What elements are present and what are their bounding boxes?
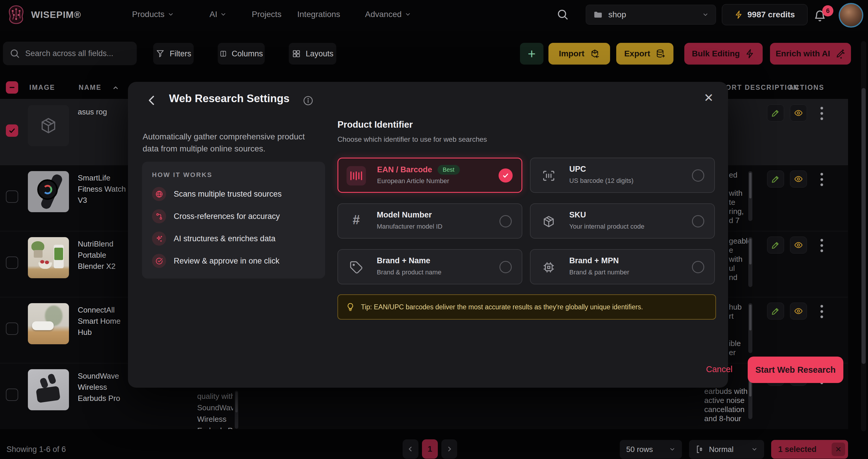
import-button[interactable]: Import	[549, 43, 610, 65]
row-menu-button[interactable]	[820, 173, 823, 186]
select-all-checkbox[interactable]	[6, 81, 18, 94]
chevron-down-icon	[702, 11, 709, 18]
tip-banner: Tip: EAN/UPC barcodes deliver the most a…	[337, 294, 716, 319]
identifier-option-model-number[interactable]: # Model Number Manufacturer model ID	[337, 203, 522, 239]
layouts-button[interactable]: Layouts	[289, 43, 336, 65]
page-number-button[interactable]: 1	[422, 439, 438, 459]
cell-scrollbar[interactable]	[748, 303, 752, 353]
row-checkbox[interactable]	[6, 256, 18, 269]
funnel-icon	[156, 49, 165, 58]
page-scrollbar[interactable]	[861, 41, 866, 431]
edit-button[interactable]	[767, 237, 784, 253]
info-icon[interactable]	[303, 95, 313, 106]
check-icon	[8, 127, 16, 134]
row-checkbox-checked[interactable]	[6, 124, 18, 137]
selected-radio[interactable]	[499, 169, 513, 183]
columns-button[interactable]: Columns	[218, 43, 265, 65]
cancel-button[interactable]: Cancel	[704, 364, 734, 374]
column-header-image[interactable]: IMAGE	[29, 84, 55, 92]
identifier-option-ean-barcode[interactable]: EAN / BarcodeBest European Article Numbe…	[337, 158, 522, 193]
radio-button[interactable]	[692, 215, 704, 227]
selection-badge: 1 selected ✕	[771, 440, 848, 459]
cell-scrollbar[interactable]	[748, 237, 752, 287]
view-button[interactable]	[790, 104, 807, 122]
nav-projects[interactable]: Projects	[252, 10, 281, 19]
product-image	[28, 105, 69, 146]
identifier-option-sku[interactable]: SKU Your internal product code	[530, 203, 715, 239]
row-density-select[interactable]: Normal	[689, 440, 764, 459]
product-name: ConnectAll Smart Home Hub	[78, 304, 134, 338]
how-it-works-item: Cross-references for accuracy	[152, 209, 280, 223]
identifier-option-brand-name[interactable]: Brand + Name Brand & product name	[337, 249, 522, 284]
view-button[interactable]	[790, 303, 807, 319]
filters-button[interactable]: Filters	[153, 43, 194, 65]
search-icon[interactable]	[556, 8, 569, 21]
next-page-button[interactable]	[441, 439, 457, 459]
top-navbar: WISEPIM® Products AI Projects Integratio…	[0, 0, 868, 31]
cell-scrollbar[interactable]	[748, 171, 752, 221]
radio-button[interactable]	[499, 215, 512, 227]
close-icon[interactable]: ✕	[702, 91, 716, 105]
column-header-name[interactable]: NAME	[79, 84, 101, 92]
folder-icon	[593, 10, 603, 20]
nav-advanced[interactable]: Advanced	[365, 10, 411, 19]
export-database-icon	[655, 49, 665, 59]
tip-text: Tip: EAN/UPC barcodes deliver the most a…	[361, 303, 643, 311]
row-menu-button[interactable]	[820, 305, 823, 318]
scrollbar-thumb[interactable]	[862, 88, 866, 364]
user-avatar[interactable]	[839, 3, 863, 28]
nav-products[interactable]: Products	[132, 10, 174, 19]
short-description-fragment: hubrt ibleer	[729, 303, 742, 357]
tag-icon	[349, 260, 363, 274]
row-checkbox[interactable]	[6, 190, 18, 203]
product-image	[28, 171, 69, 212]
enrich-with-ai-button[interactable]: Enrich with AI	[770, 43, 851, 65]
cell-scrollbar[interactable]	[235, 391, 238, 429]
lightning-icon	[745, 49, 755, 59]
radio-button[interactable]	[692, 169, 704, 182]
brand-logo-icon	[5, 3, 28, 27]
export-button[interactable]: Export	[616, 43, 674, 65]
search-input[interactable]	[25, 49, 130, 58]
edit-button[interactable]	[767, 303, 784, 319]
nav-ai[interactable]: AI	[210, 10, 226, 19]
bulk-editing-button[interactable]: Bulk Editing	[684, 43, 763, 65]
edit-button[interactable]	[767, 104, 784, 122]
column-header-actions[interactable]: ACTIONS	[789, 84, 824, 92]
notifications-button[interactable]: 6	[813, 6, 831, 25]
view-button[interactable]	[790, 171, 807, 187]
chip-icon	[542, 260, 556, 274]
radio-button[interactable]	[692, 261, 704, 273]
product-image	[28, 303, 69, 344]
credits-button[interactable]: 9987 credits	[722, 4, 808, 25]
identifier-option-upc[interactable]: UPC US barcode (12 digits)	[530, 158, 715, 193]
product-image	[28, 237, 69, 278]
app-window: WISEPIM® Products AI Projects Integratio…	[0, 0, 868, 459]
workspace-select[interactable]: shop	[586, 5, 716, 25]
view-button[interactable]	[790, 237, 807, 253]
globe-icon	[152, 187, 166, 201]
row-checkbox[interactable]	[6, 323, 18, 335]
start-web-research-button[interactable]: Start Web Research	[748, 357, 843, 383]
rows-per-page-select[interactable]: 50 rows	[620, 440, 682, 459]
clear-selection-button[interactable]: ✕	[832, 442, 845, 456]
back-button[interactable]	[145, 94, 158, 107]
short-description-fragment: ed withte ring,d 7	[729, 171, 744, 225]
edit-button[interactable]	[767, 171, 784, 187]
row-menu-button[interactable]	[820, 107, 823, 120]
pencil-icon	[771, 175, 780, 183]
check-circle-icon	[152, 254, 166, 268]
eye-icon	[794, 241, 803, 249]
row-checkbox[interactable]	[6, 389, 18, 401]
identifier-option-brand-mpn[interactable]: Brand + MPN Brand & part number	[530, 249, 715, 284]
add-product-button[interactable]: +	[520, 43, 544, 65]
prev-page-button[interactable]	[403, 439, 418, 459]
radio-button[interactable]	[499, 261, 512, 273]
pencil-icon	[771, 109, 780, 117]
table-search-field[interactable]	[3, 42, 137, 65]
how-it-works-item: AI structures & enriches data	[152, 232, 276, 246]
credits-label: 9987 credits	[747, 10, 795, 19]
minus-icon	[8, 84, 16, 91]
nav-integrations[interactable]: Integrations	[297, 10, 340, 19]
row-menu-button[interactable]	[820, 239, 823, 252]
